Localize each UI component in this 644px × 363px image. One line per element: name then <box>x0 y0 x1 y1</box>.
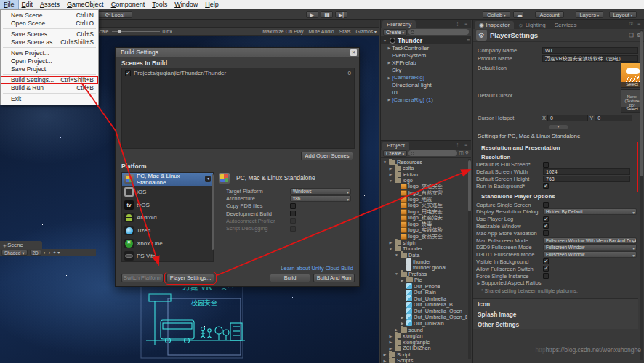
project-item-zchdizhen[interactable]: ▶ ZCHDiZhen <box>381 345 467 351</box>
build-button[interactable]: Build <box>270 274 310 282</box>
file-menu-item-open-scene[interactable]: Open Scene Ctrl+O <box>1 20 98 28</box>
tab-project[interactable]: Project <box>382 142 409 150</box>
scene-checkbox[interactable] <box>125 70 131 76</box>
checkbox[interactable] <box>543 183 549 189</box>
tab-lighting[interactable]: ☼ Lighting <box>514 21 550 29</box>
project-item-resources[interactable]: ▼ Resources <box>381 159 467 166</box>
hidden-packages-icon[interactable]: ◫ <box>459 150 464 156</box>
dropdown[interactable]: Windows <box>290 188 351 195</box>
inspector-section-splash-image[interactable]: Splash Image <box>473 309 638 319</box>
hotspot-y-field[interactable]: 0 <box>595 115 632 121</box>
project-item-out-umbrella-b[interactable]: Out_Umbrella_B <box>381 302 467 309</box>
file-menu-item-save-project[interactable]: Save Project <box>1 65 98 73</box>
project-item-out-umbrella[interactable]: Out_Umbrella <box>381 295 467 302</box>
cloud-icon[interactable] <box>513 11 523 18</box>
expand-arrow-icon[interactable]: ▶ <box>388 172 393 176</box>
expand-arrow-icon[interactable]: ▶ <box>388 240 393 245</box>
file-menu-item-new-project[interactable]: New Project... <box>1 49 98 57</box>
checkbox[interactable] <box>543 223 549 229</box>
platform-row-ios[interactable]: iOS <box>122 186 213 199</box>
checkbox[interactable] <box>543 216 549 222</box>
expand-arrow-icon[interactable]: ▶ <box>388 340 393 344</box>
text-field[interactable]: 768 <box>543 176 630 182</box>
project-item-out-umbrella-open-b[interactable]: ▶ Out_Umbrella_Open_B <box>381 314 467 321</box>
project-item-xiongfanpic[interactable]: ▶ xiongfanpic <box>381 339 467 346</box>
hotspot-x-field[interactable]: 0 <box>547 115 588 121</box>
layout-dropdown[interactable]: Layout <box>609 11 637 18</box>
checkbox[interactable] <box>543 273 549 279</box>
collab-dropdown[interactable]: Collab <box>483 11 510 18</box>
expand-arrow-icon[interactable]: ▶ <box>400 315 405 319</box>
expand-arrow-icon[interactable]: ▼ <box>394 272 399 276</box>
lighting-toggle-icon[interactable]: ◐ <box>44 250 47 255</box>
expand-arrow-icon[interactable]: ▼ <box>394 253 399 257</box>
platform-row-xbox-one[interactable]: Xbox One <box>122 237 213 250</box>
hierarchy-item-taskcontroller[interactable]: ▶ TaskController <box>381 44 471 52</box>
project-item-scripts[interactable]: ▶ Scripts <box>381 358 467 363</box>
checkbox[interactable] <box>543 202 549 208</box>
file-menu-item-new-scene[interactable]: New Scene Ctrl+N <box>1 12 98 20</box>
project-item-data[interactable]: ▼ Data <box>381 252 467 258</box>
hierarchy-item-eventsystem[interactable]: EventSystem <box>381 52 471 59</box>
checkbox[interactable] <box>290 211 296 216</box>
project-item-prefabs[interactable]: ▼ Prefabs <box>381 271 467 277</box>
expand-arrow-icon[interactable]: ▶ <box>382 359 387 363</box>
file-menu-item-open-project[interactable]: Open Project... <box>1 57 98 65</box>
checkbox[interactable] <box>543 258 549 264</box>
expand-arrow-icon[interactable]: ▼ <box>382 160 387 164</box>
player-settings-button[interactable]: Player Settings... <box>166 274 214 282</box>
platform-row-tvos[interactable]: tvOS <box>122 198 213 211</box>
dropdown[interactable]: Fullscreen Window With Menu Bar And Dock <box>543 237 637 244</box>
game-toolbar-gizmos[interactable]: Gizmos <box>356 29 377 34</box>
menubar-item-edit[interactable]: Edit <box>18 0 37 9</box>
file-menu-item-build-settings[interactable]: Build Settings... Ctrl+Shift+B <box>1 76 98 84</box>
expand-arrow-icon[interactable]: ▶ <box>387 60 392 65</box>
hierarchy-item-camerarig[interactable]: ▶ [CameraRig] <box>381 74 471 81</box>
menubar-item-component[interactable]: Component <box>108 0 149 9</box>
scene-foldout-icon[interactable]: ▼ <box>382 38 387 43</box>
file-menu-item-exit[interactable]: Exit <box>1 95 98 103</box>
file-menu-item-build-run[interactable]: Build & Run Ctrl+B <box>1 84 98 92</box>
mode-2d-button[interactable]: 2D <box>30 250 41 256</box>
checkbox[interactable] <box>290 218 296 224</box>
effects-dropdown-icon[interactable]: ✦ ▾ <box>52 250 60 255</box>
dropdown[interactable]: x86 <box>290 195 351 202</box>
expand-arrow-icon[interactable]: ▶ <box>400 321 405 325</box>
project-item-caita[interactable]: ▶ caita <box>381 166 467 172</box>
inspector-scrollbar[interactable] <box>640 30 643 360</box>
tab-hierarchy[interactable]: Hierarchy <box>382 20 416 28</box>
project-item-out-phone[interactable]: Out_Phone <box>381 283 467 290</box>
game-toolbar-mute-audio[interactable]: Mute Audio <box>309 29 334 34</box>
platform-row-tizen[interactable]: Tizen <box>122 224 213 237</box>
expand-arrow-icon[interactable]: ▶ <box>387 76 392 80</box>
project-item-thunder[interactable]: ▼ Thunder <box>381 246 467 253</box>
pause-button[interactable] <box>321 11 333 18</box>
game-toolbar-stats[interactable]: Stats <box>339 29 351 34</box>
expand-arrow-icon[interactable]: ▶ <box>388 166 393 171</box>
scene-view-tab[interactable]: Scene <box>0 241 42 249</box>
project-item-leidian[interactable]: ▶ leidian <box>381 171 467 178</box>
hierarchy-search-input[interactable] <box>408 29 469 35</box>
project-item-script[interactable]: ▶ Script <box>381 351 467 358</box>
account-dropdown[interactable]: Account <box>535 11 564 18</box>
step-button[interactable] <box>335 11 347 18</box>
file-menu-item-save-scenes[interactable]: Save Scenes Ctrl+S <box>1 30 98 38</box>
expand-arrow-icon[interactable]: ▼ <box>388 179 393 183</box>
platform-row-pc-mac-linux-standalone[interactable]: PC, Mac & Linux Standalone <box>122 173 213 186</box>
scene-list-item[interactable]: Projects/guqianjie/Thunder/Thunder 0 <box>122 68 354 78</box>
platform-row-ps-vita[interactable]: PS Vita <box>122 250 213 262</box>
project-item-xiongfan[interactable]: ▶ xiongfan <box>381 333 467 339</box>
menubar-item-help[interactable]: Help <box>201 0 222 9</box>
company-name-field[interactable]: WT <box>542 47 638 54</box>
checkbox[interactable] <box>290 203 296 209</box>
project-item-thunder[interactable]: thunder <box>381 258 467 265</box>
project-item-shipin[interactable]: ▶ shipin <box>381 240 467 246</box>
hierarchy-item-directional-light[interactable]: Directional light <box>381 81 471 89</box>
scene-menu-icon[interactable]: ≡ <box>467 38 470 43</box>
menubar-item-assets[interactable]: Assets <box>36 0 63 9</box>
play-button[interactable] <box>306 11 318 18</box>
project-item-out-rain[interactable]: Out_Rain <box>381 289 467 295</box>
hierarchy-item-01[interactable]: 01 <box>381 89 471 96</box>
search-type-icon[interactable]: ⚲ <box>465 150 469 156</box>
checkbox[interactable] <box>543 230 549 236</box>
